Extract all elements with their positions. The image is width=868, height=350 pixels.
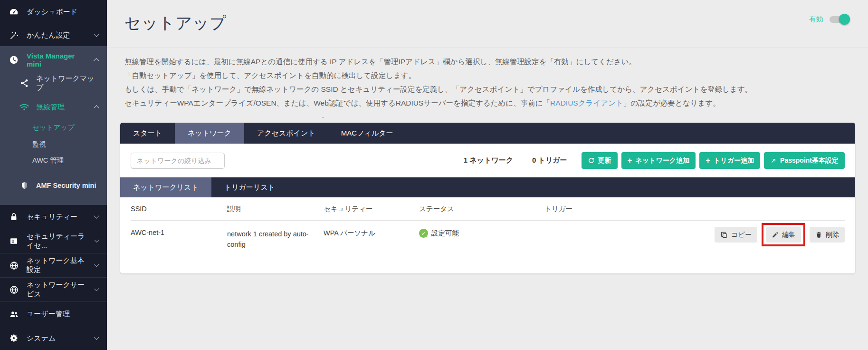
sidebar-item-network-basic[interactable]: ネットワーク基本設定 [0,253,107,277]
radius-client-link[interactable]: RADIUSクライアント [550,99,623,107]
shield-icon [19,180,29,191]
wand-icon [9,30,19,40]
chevron-down-icon [94,286,99,292]
chevron-up-icon [94,105,99,110]
column-header-status: ステータス [419,204,544,214]
users-icon [9,309,19,319]
sidebar-item-security-license[interactable]: セキュリティーライセ... [0,229,107,253]
copy-button[interactable]: コピー [715,227,757,243]
passpoint-label: Passpoint基本設定 [780,156,839,165]
globe-icon [9,260,19,271]
refresh-button[interactable]: 更新 [582,152,618,169]
sidebar-label-user-mgmt: ユーザー管理 [27,310,70,319]
pencil-icon [772,231,779,238]
chevron-down-icon [95,238,99,243]
refresh-icon [588,157,595,164]
sidebar-item-dashboard[interactable]: ダッシュボード [0,0,107,24]
table-row: AWC-net-1 network 1 created by auto-conf… [131,221,845,259]
sidebar-item-wireless-mgmt[interactable]: 無線管理 [0,96,107,118]
description-line-2: 「自動セットアップ」を使用して、アクセスポイントを自動的に検出して設定します。 [124,68,850,82]
column-header-security: セキュリティー [324,204,419,214]
page-header: セットアップ 有効 [107,0,868,48]
add-trigger-label: トリガー追加 [714,156,754,165]
cell-ssid: AWC-net-1 [131,229,227,236]
trigger-count: 0 トリガー [532,156,567,165]
enabled-toggle[interactable] [830,16,849,23]
add-network-label: ネットワーク追加 [636,156,690,165]
description-line-3: もしくは、手動で「ネットワーク」で無線ネットワークの SSID とセキュリティー… [124,82,850,96]
add-trigger-button[interactable]: + トリガー追加 [699,152,760,169]
sidebar-item-user-mgmt[interactable]: ユーザー管理 [0,302,107,326]
check-circle-icon: ✓ [419,229,428,238]
cell-security: WPA パーソナル [324,229,419,238]
sidebar-item-network-services[interactable]: ネットワークサービス [0,278,107,301]
network-toolbar: 1 ネットワーク 0 トリガー 更新 + ネットワーク追加 + トリガー追加 [120,144,855,176]
sidebar-label-amf-security: AMF Security mini [36,182,96,189]
sidebar-item-network-map[interactable]: ネットワークマップ [0,71,107,96]
chevron-down-icon [94,213,99,218]
subtab-network-list[interactable]: ネットワークリスト [120,177,211,197]
edit-label: 編集 [782,231,795,239]
sidebar-label-security: セキュリティー [27,213,77,222]
sidebar-label-security-license: セキュリティーライセ... [27,232,88,250]
column-header-ssid: SSID [131,205,227,213]
sidebar-label-vista-manager: Vista Manager mini [27,52,87,68]
setup-tabs: スタート ネットワーク アクセスポイント MACフィルター [120,123,855,144]
stray-dot: . [322,112,324,119]
highlight-annotation: 編集 [762,223,805,246]
trash-icon [815,231,822,238]
arrow-up-right-icon [770,157,777,164]
description-line-4: セキュリティーWPAエンタープライズ/OSEN、または、Web認証では、使用する… [124,96,850,110]
main-content: セットアップ 有効 無線管理を開始するには、最初に無線APとの通信に使用する I… [107,0,868,350]
edit-button[interactable]: 編集 [766,227,801,243]
wireless-enabled-toggle-group: 有効 [809,15,849,24]
table-header-row: SSID 説明 セキュリティー ステータス トリガー [131,197,845,221]
column-header-trigger: トリガー [544,204,845,214]
copy-icon [720,231,728,239]
chevron-up-icon [94,58,99,64]
sidebar-item-setup[interactable]: セットアップ [0,118,107,136]
network-filter-input[interactable] [131,153,225,169]
description-line-1: 無線管理を開始するには、最初に無線APとの通信に使用する IP アドレスを「管理… [124,55,850,68]
network-count: 1 ネットワーク [464,156,513,165]
sidebar-item-awc-mgmt[interactable]: AWC 管理 [0,152,107,169]
cell-status: ✓ 設定可能 [419,229,544,238]
list-subtabs: ネットワークリスト トリガーリスト [120,177,855,197]
network-table: SSID 説明 セキュリティー ステータス トリガー AWC-net-1 net… [120,197,855,259]
sidebar-label-network-services: ネットワークサービス [27,281,87,299]
sidebar-item-vista-manager[interactable]: Vista Manager mini [0,49,107,71]
sidebar-label-setup: セットアップ [32,123,75,132]
passpoint-settings-button[interactable]: Passpoint基本設定 [764,152,845,169]
share-icon [19,78,29,88]
cell-description: network 1 created by auto-config [227,229,310,250]
wifi-icon [19,102,29,112]
delete-button[interactable]: 削除 [810,227,845,243]
sidebar-item-security[interactable]: セキュリティー [0,205,107,229]
sidebar-label-network-map: ネットワークマップ [36,74,98,92]
subtab-trigger-list[interactable]: トリガーリスト [211,177,288,197]
chevron-down-icon [94,262,99,267]
sidebar-item-monitoring[interactable]: 監視 [0,136,107,152]
sidebar-label-wireless-mgmt: 無線管理 [36,103,65,112]
sidebar-label-monitoring: 監視 [32,140,46,149]
setup-description: 無線管理を開始するには、最初に無線APとの通信に使用する IP アドレスを「管理… [107,48,868,110]
tab-start[interactable]: スタート [120,123,175,144]
plus-icon: + [706,156,710,165]
plus-icon: + [628,156,632,165]
gear-icon [9,333,19,343]
tab-access-point[interactable]: アクセスポイント [244,123,328,144]
add-network-button[interactable]: + ネットワーク追加 [621,152,696,169]
status-text: 設定可能 [431,229,459,238]
sidebar-label-dashboard: ダッシュボード [27,8,77,17]
sidebar-item-amf-security[interactable]: AMF Security mini [0,173,107,198]
toggle-label: 有効 [809,15,823,24]
sidebar-item-easy-setup[interactable]: かんたん設定 [0,24,107,46]
sidebar-label-system: システム [27,334,56,343]
copy-label: コピー [731,231,752,239]
refresh-label: 更新 [598,156,611,165]
dashboard-icon [9,7,19,17]
tab-mac-filter[interactable]: MACフィルター [328,123,406,144]
tab-network[interactable]: ネットワーク [175,123,244,144]
sidebar-item-system[interactable]: システム [0,326,107,350]
sidebar: ダッシュボード かんたん設定 Vista Manager mini ネットワーク… [0,0,107,350]
